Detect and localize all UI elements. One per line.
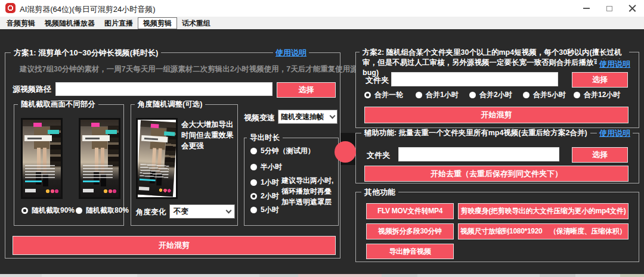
radio-label: 2小时	[261, 191, 279, 201]
radio-label: 合并2小时	[479, 90, 512, 100]
aux-panel: 辅助功能: 批量去重一个文件夹里所有mp4视频(去重后给方案2合并) 使用说明 …	[355, 133, 639, 183]
app-logo-icon	[5, 3, 16, 13]
aux-choose-button[interactable]: 选择	[572, 147, 628, 163]
radio-label: 半小时	[261, 162, 282, 172]
aux-folder-input[interactable]	[398, 147, 559, 161]
preview-thumbnail-2	[79, 118, 120, 199]
radio-label: 合并5小时	[533, 90, 566, 100]
angle-select-value: 不变	[174, 207, 188, 217]
tab-script-remix[interactable]: 话术重组	[177, 18, 215, 29]
radio-crop-80[interactable]: 随机截取80%	[76, 206, 129, 214]
preview-thumbnail-1	[21, 118, 63, 199]
maximize-button[interactable]	[599, 0, 620, 17]
radio-merge-1h[interactable]: 合并1小时	[416, 91, 459, 99]
taskbar-segment	[540, 274, 575, 277]
radio-label: 合并一轮	[374, 90, 403, 100]
speed-select[interactable]: 随机变速抽帧	[278, 110, 338, 124]
plan1-panel: 方案1: 混剪单个10~30分钟长视频(耗时长) 使用说明 建议找7组30分钟的…	[5, 52, 340, 259]
radio-merge-12h[interactable]: 合并12小时	[574, 91, 620, 99]
radio-dot	[469, 92, 476, 98]
radio-label: 合并1小时	[426, 90, 459, 100]
titlebar: AI混剪器(64位)(每日可混剪24小时音频)	[0, 0, 644, 17]
radio-dot	[416, 92, 422, 98]
rotated-photo-wrap	[138, 120, 176, 197]
radio-merge-one-round[interactable]: 合并一轮	[364, 91, 403, 99]
plan1-choose-button[interactable]: 选择	[277, 82, 336, 98]
taskbar-segment	[620, 274, 644, 277]
radio-dot	[250, 148, 257, 154]
radio-duration-5h[interactable]: 5小时	[250, 206, 279, 214]
aux-help-link[interactable]: 使用说明	[597, 128, 633, 139]
preview-thumbnail-rotated	[136, 118, 178, 199]
radio-label: 随机截取80%	[86, 206, 129, 216]
angle-note: 会大大增加导出时间但去重效果会更强	[181, 119, 236, 151]
content-area: 方案1: 混剪单个10~30分钟长视频(耗时长) 使用说明 建议找7组30分钟的…	[0, 29, 644, 274]
angle-select[interactable]: 不变	[169, 204, 235, 219]
radio-duration-5min[interactable]: 5分钟（测试用）	[250, 147, 315, 155]
duration-group-title: 导出时长	[247, 133, 283, 143]
preview-photo	[23, 120, 61, 197]
radio-label: 随机截取90%	[32, 206, 75, 216]
others-title: 其他功能	[361, 187, 398, 198]
radio-crop-90[interactable]: 随机截取90%	[21, 206, 75, 214]
taskbar-segment	[42, 274, 137, 277]
radio-duration-30min[interactable]: 半小时	[250, 163, 282, 171]
plan2-start-button[interactable]: 开始混剪	[364, 107, 628, 123]
chevron-down-icon	[330, 113, 336, 119]
radio-dot	[523, 92, 530, 98]
aux-title: 辅助功能: 批量去重一个文件夹里所有mp4视频(去重后给方案2合并)	[361, 128, 590, 138]
radio-dot	[250, 207, 257, 213]
maximize-icon	[606, 6, 612, 11]
tab-bar: 音频剪辑 视频随机播放器 图片直播 视频剪辑 话术重组	[0, 17, 644, 29]
source-path-label: 源视频路径	[13, 84, 51, 95]
aux-start-button[interactable]: 开始去重（去重后保存到同文件夹下）	[364, 166, 628, 182]
plan2-help-link[interactable]: 使用说明	[597, 59, 633, 70]
minimize-icon	[583, 8, 590, 9]
tab-random-player[interactable]: 视频随机播放器	[40, 18, 100, 29]
flv-mov-to-mp4-button[interactable]: FLV MOV文件转MP4	[366, 203, 454, 219]
radio-dot	[250, 193, 257, 200]
radio-duration-1h[interactable]: 1小时	[250, 178, 279, 186]
aux-folder-label: 文件夹	[367, 150, 390, 161]
resize-video-button[interactable]: 视频尺寸放缩到1080*1920 （保清晰度、压缩体积）	[458, 223, 628, 239]
close-icon	[628, 5, 636, 13]
duration-note: 建议导出两小时,循环播放时再叠加半透明遮罩层	[281, 175, 335, 207]
radio-merge-2h[interactable]: 合并2小时	[469, 91, 512, 99]
plan1-start-button[interactable]: 开始混剪	[13, 236, 336, 255]
angle-group: 角度随机调整(可选) 会大大增加导出时间但去重效果会更强 角度变化 不变	[131, 104, 238, 226]
plan2-folder-input[interactable]	[391, 72, 558, 86]
plan1-help-link[interactable]: 使用说明	[273, 48, 309, 58]
source-path-input[interactable]	[55, 82, 273, 96]
others-panel: 其他功能 FLV MOV文件转MP4 剪映瘦身(把剪映导出的大文件压缩为更小的m…	[355, 192, 639, 262]
angle-group-title: 角度随机调整(可选)	[135, 99, 205, 110]
plan2-choose-button[interactable]: 选择	[572, 72, 628, 88]
app-window: AI混剪器(64位)(每日可混剪24小时音频) 音频剪辑 视频随机播放器 图片直…	[0, 0, 644, 277]
close-button[interactable]	[621, 0, 643, 17]
split-video-button[interactable]: 视频拆分多段30分钟	[366, 223, 454, 239]
speed-label: 视频变速	[244, 113, 275, 123]
radio-label: 合并12小时	[584, 90, 620, 100]
tab-audio-edit[interactable]: 音频剪辑	[2, 18, 40, 29]
radio-dot	[76, 207, 82, 214]
floating-red-circle-button[interactable]	[335, 141, 356, 163]
minimize-button[interactable]	[575, 0, 597, 17]
radio-label: 5分钟（测试用）	[261, 146, 315, 156]
crop-group-title: 随机截取画面不同部分	[18, 99, 98, 110]
duration-group: 导出时长 5分钟（测试用） 半小时 1小时 2小时	[244, 138, 339, 226]
radio-merge-5h[interactable]: 合并5小时	[523, 91, 566, 99]
speed-select-value: 随机变速抽帧	[281, 112, 324, 122]
radio-dot	[21, 207, 28, 214]
radio-duration-2h[interactable]: 2小时	[250, 192, 279, 200]
tab-video-edit[interactable]: 视频剪辑	[138, 17, 177, 29]
preview-photo	[138, 120, 176, 197]
radio-dot	[250, 179, 257, 186]
jianying-shrink-button[interactable]: 剪映瘦身(把剪映导出的大文件压缩为更小的mp4文件)	[458, 203, 628, 219]
angle-change-label: 角度变化	[136, 207, 166, 217]
export-muted-video-button[interactable]: 导出静音视频	[366, 244, 454, 259]
window-title: AI混剪器(64位)(每日可混剪24小时音频)	[20, 4, 156, 15]
os-taskbar-strip[interactable]	[0, 274, 644, 277]
crop-group: 随机截取画面不同部分 随机截取90% 随机截取80%	[14, 104, 124, 226]
tab-image-live[interactable]: 图片直播	[100, 18, 138, 29]
plan1-title: 方案1: 混剪单个10~30分钟长视频(耗时长)	[11, 48, 161, 58]
preview-photo	[80, 120, 119, 197]
